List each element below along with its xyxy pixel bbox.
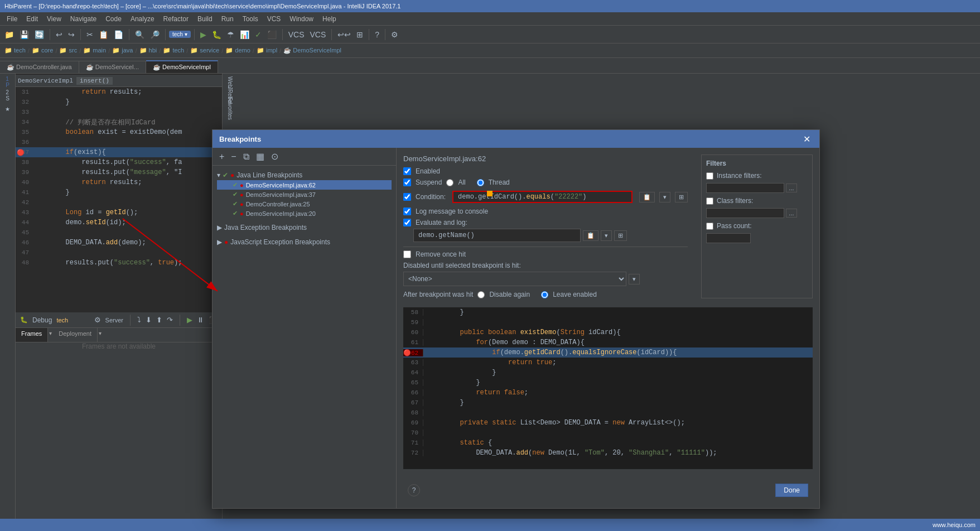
bp-close-btn[interactable]: ✕ — [801, 134, 813, 144]
bp-evaluate-checkbox[interactable] — [403, 219, 411, 226]
bp-thread-radio[interactable] — [477, 179, 484, 186]
right-sidebar-favorites-icon[interactable]: Favorites — [224, 103, 236, 115]
bp-js-exception-header[interactable]: ▶ ● JavaScript Exception Breakpoints — [217, 237, 392, 247]
bc-core[interactable]: 📁 core — [32, 47, 53, 54]
debug-resume[interactable]: ▶ — [187, 316, 192, 324]
sidebar-project-icon[interactable]: 1P — [2, 76, 14, 88]
toolbar-debug-btn[interactable]: 🐛 — [210, 29, 224, 40]
bp-eval-history-btn[interactable]: 📋 — [583, 230, 598, 241]
instance-filters-input[interactable] — [706, 183, 784, 193]
toolbar-checkmark-btn[interactable]: ✓ — [253, 29, 264, 40]
bc-tech[interactable]: 📁 tech — [4, 47, 26, 54]
bp-all-radio[interactable] — [446, 179, 453, 186]
bp-item-62[interactable]: ✔ ● DemoServiceImpl.java:62 — [217, 180, 392, 190]
menu-refactor[interactable]: Refactor — [159, 14, 193, 24]
bp-done-btn[interactable]: Done — [775, 484, 808, 497]
toolbar-save-btn[interactable]: 💾 — [17, 29, 31, 40]
debug-pause[interactable]: ⏸ — [197, 316, 204, 324]
class-filters-checkbox[interactable] — [706, 197, 713, 205]
bp-enabled-checkbox[interactable] — [403, 167, 411, 175]
bp-condition-dropdown-btn[interactable]: ▾ — [659, 192, 670, 202]
toolbar-undo-btn[interactable]: ↩ — [54, 29, 65, 40]
toolbar-vcs2-btn[interactable]: VCS — [307, 29, 328, 40]
menu-view[interactable]: View — [42, 14, 66, 24]
menu-run[interactable]: Run — [217, 14, 238, 24]
bp-add-btn[interactable]: + — [217, 151, 226, 163]
bc-service[interactable]: 📁 service — [190, 47, 219, 54]
frames-tab[interactable]: Frames — [16, 328, 48, 342]
toolbar-paste-btn[interactable]: 📄 — [112, 29, 125, 40]
toolbar-tech-badge[interactable]: tech ▾ — [169, 31, 191, 38]
bc-demo[interactable]: 📁 demo — [225, 47, 250, 54]
bp-eval-dropdown-btn[interactable]: ▾ — [601, 230, 612, 241]
bp-eval-expand-btn[interactable]: ⊞ — [614, 230, 627, 241]
bp-item-25[interactable]: ✔ ● DemoController.java:25 — [217, 199, 392, 209]
bc-hbi[interactable]: 📁 hbi — [139, 47, 157, 54]
bc-techdir[interactable]: 📁 tech — [163, 47, 184, 54]
bp-java-line-header[interactable]: ▾ ✔ ● Java Line Breakpoints — [217, 170, 392, 180]
bp-condition-expand-btn[interactable]: ⊞ — [675, 192, 688, 202]
class-filters-btn[interactable]: ... — [786, 209, 796, 218]
bp-disabled-dropdown[interactable]: ▾ — [629, 274, 640, 284]
pass-count-input[interactable] — [706, 233, 751, 243]
menu-code[interactable]: Code — [101, 14, 126, 24]
bp-remove-btn[interactable]: − — [229, 151, 238, 163]
bp-group-btn[interactable]: ▦ — [254, 150, 267, 163]
menu-tools[interactable]: Tools — [238, 14, 263, 24]
debug-server-btn[interactable]: ⚙ — [94, 316, 101, 324]
toolbar-copy-btn[interactable]: 📋 — [96, 29, 110, 40]
sidebar-structure-icon[interactable]: 2S — [2, 89, 14, 102]
quick-demoserviceimpl[interactable]: DemoServiceImpl — [18, 78, 73, 84]
bp-evaluate-input[interactable] — [413, 229, 581, 242]
bp-java-exception-header[interactable]: ▶ Java Exception Breakpoints — [217, 223, 392, 233]
quick-insert[interactable]: insert() — [76, 77, 113, 85]
toolbar-cut-btn[interactable]: ✂ — [84, 29, 95, 40]
menu-analyze[interactable]: Analyze — [126, 14, 159, 24]
menu-window[interactable]: Window — [285, 14, 318, 24]
bp-condition-history-btn[interactable]: 📋 — [639, 192, 655, 202]
bc-impl[interactable]: 📁 impl — [257, 47, 277, 54]
instance-filters-checkbox[interactable] — [706, 172, 713, 180]
instance-filters-btn[interactable]: ... — [786, 184, 796, 192]
toolbar-run-btn[interactable]: ▶ — [198, 29, 209, 40]
debug-step-over[interactable]: ⤵ — [137, 316, 141, 324]
bp-disable-again-radio[interactable] — [477, 291, 485, 298]
deployment-tab[interactable]: Deployment — [53, 328, 98, 342]
bp-condition-checkbox[interactable] — [403, 193, 411, 201]
menu-navigate[interactable]: Navigate — [66, 14, 101, 24]
bp-suspend-checkbox[interactable] — [403, 178, 411, 186]
toolbar-terminal-btn[interactable]: ⊞ — [354, 29, 365, 40]
pass-count-checkbox[interactable] — [706, 223, 713, 230]
bc-demoserviceimpl[interactable]: ☕ DemoServiceImpl — [283, 47, 341, 54]
bp-log-checkbox[interactable] — [403, 207, 411, 215]
menu-file[interactable]: File — [2, 14, 22, 24]
toolbar-search2-btn[interactable]: 🔎 — [148, 29, 162, 40]
toolbar-open-btn[interactable]: 📁 — [2, 29, 16, 40]
sidebar-favorites-icon[interactable]: ★ — [2, 103, 14, 115]
bp-item-20[interactable]: ✔ ● DemoServiceImpl.java:20 — [217, 209, 392, 218]
bp-item-37[interactable]: ✔ ● DemoServiceImpl.java:37 — [217, 190, 392, 199]
toolbar-coverage-btn[interactable]: ☂ — [225, 29, 236, 40]
debug-step-into[interactable]: ⬇ — [146, 316, 152, 324]
toolbar-vcs-btn[interactable]: VCS — [286, 29, 307, 40]
tab-demoservicei[interactable]: ☕ DemoServiceI... — [79, 61, 146, 73]
class-filters-input[interactable] — [706, 208, 784, 218]
bp-help-btn[interactable]: ? — [408, 484, 420, 496]
toolbar-profile-btn[interactable]: 📊 — [238, 29, 252, 40]
bp-leave-enabled-radio[interactable] — [541, 291, 548, 298]
menu-edit[interactable]: Edit — [22, 14, 42, 24]
bp-remove-once-checkbox[interactable] — [403, 250, 411, 258]
menu-build[interactable]: Build — [193, 14, 217, 24]
toolbar-redo-btn[interactable]: ↪ — [66, 29, 77, 40]
toolbar-stop-btn[interactable]: ⬛ — [265, 29, 279, 40]
bc-main[interactable]: 📁 main — [83, 47, 106, 54]
toolbar-sync-btn[interactable]: 🔄 — [32, 29, 46, 40]
bc-src[interactable]: 📁 src — [59, 47, 77, 54]
menu-help[interactable]: Help — [318, 14, 341, 24]
debug-step-out[interactable]: ⬆ — [156, 316, 162, 324]
bp-copy-btn[interactable]: ⧉ — [241, 151, 252, 163]
bp-disabled-select[interactable]: <None> — [403, 272, 626, 286]
bc-java[interactable]: 📁 java — [112, 47, 133, 54]
toolbar-undo2-btn[interactable]: ↩↩ — [335, 29, 353, 40]
menu-vcs[interactable]: VCS — [263, 14, 286, 24]
